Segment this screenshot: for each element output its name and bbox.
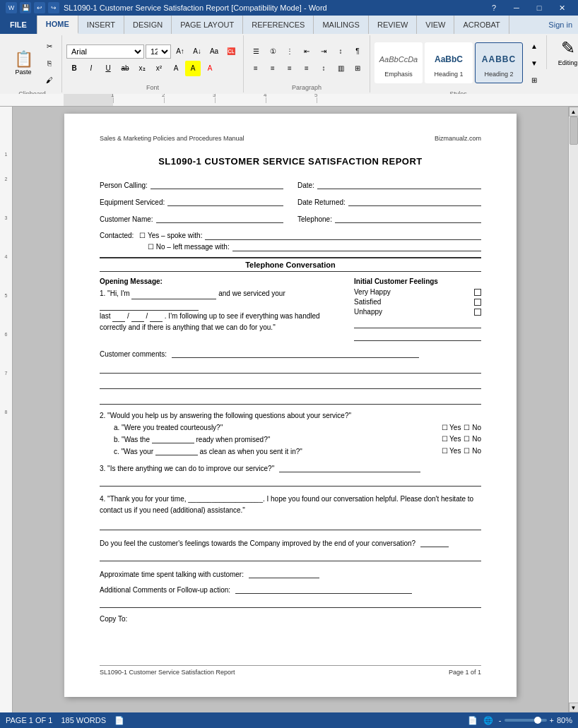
qc-yes-check[interactable]: ☐ Yes <box>442 447 461 455</box>
underline-button[interactable]: U <box>100 61 116 76</box>
maximize-button[interactable]: □ <box>529 1 550 15</box>
tab-page-layout[interactable]: PAGE LAYOUT <box>172 16 243 34</box>
save-icon[interactable]: 💾 <box>20 2 31 13</box>
text-effects-button[interactable]: A <box>168 61 184 76</box>
page[interactable]: Sales & Marketing Policies and Procedure… <box>64 114 517 697</box>
tab-insert[interactable]: INSERT <box>78 16 124 34</box>
align-left-button[interactable]: ≡ <box>248 61 264 76</box>
unhappy-checkbox[interactable] <box>474 309 481 316</box>
style-emphasis[interactable]: AaBbCcDa Emphasis <box>374 42 423 83</box>
clear-format-button[interactable]: 🆑 <box>223 44 239 59</box>
align-center-button[interactable]: ≡ <box>265 61 281 76</box>
strikethrough-button[interactable]: ab <box>117 61 133 76</box>
q3-line[interactable] <box>279 463 420 472</box>
sort-button[interactable]: ↕ <box>333 44 348 59</box>
tab-file[interactable]: FILE <box>0 16 37 34</box>
q3-extra-line[interactable] <box>100 477 481 487</box>
q4-line[interactable] <box>100 520 481 530</box>
change-case-button[interactable]: Aa <box>206 44 222 59</box>
style-heading2[interactable]: AABBC Heading 2 <box>475 42 523 83</box>
decrease-font-button[interactable]: A↓ <box>189 44 205 59</box>
tab-references[interactable]: REFERENCES <box>243 16 314 34</box>
qa-yes-check[interactable]: ☐ Yes <box>442 424 461 431</box>
satisfied-checkbox[interactable] <box>474 299 481 306</box>
scroll-down-button[interactable]: ▼ <box>569 703 579 712</box>
copy-button[interactable]: ⎘ <box>42 55 57 71</box>
format-painter-button[interactable]: 🖌 <box>42 72 57 88</box>
superscript-button[interactable]: x² <box>151 61 167 76</box>
align-right-button[interactable]: ≡ <box>282 61 297 76</box>
text-highlight-button[interactable]: A <box>185 61 201 76</box>
telephone-line[interactable] <box>335 213 481 223</box>
approx-blank[interactable] <box>249 568 319 578</box>
comments-line-3[interactable] <box>100 379 481 389</box>
undo-icon[interactable]: ↩ <box>34 2 45 13</box>
clipboard-group: 📋 Paste ✂ ⎘ 🖌 Clipboard <box>3 35 62 93</box>
scroll-track[interactable] <box>570 117 578 703</box>
bold-button[interactable]: B <box>66 61 82 76</box>
tab-review[interactable]: REVIEW <box>369 16 417 34</box>
date-blank-1[interactable] <box>112 312 125 322</box>
contact-no-line[interactable] <box>232 241 481 251</box>
paste-button[interactable]: 📋 Paste <box>7 42 40 83</box>
shading-button[interactable]: ▥ <box>333 61 348 76</box>
additional-blank[interactable] <box>235 584 412 594</box>
qb-yes-check[interactable]: ☐ Yes <box>442 435 461 443</box>
font-family-select[interactable]: Arial <box>66 44 144 59</box>
comments-line-2[interactable] <box>100 364 481 374</box>
feelings-line-2[interactable] <box>354 331 481 341</box>
equipment-line[interactable] <box>167 196 283 206</box>
styles-scroll-down[interactable]: ▼ <box>526 55 542 71</box>
scroll-thumb[interactable] <box>570 117 578 145</box>
borders-button[interactable]: ⊞ <box>350 61 365 76</box>
date-blank-3[interactable] <box>150 312 163 322</box>
numbering-button[interactable]: ① <box>265 44 281 59</box>
name-blank[interactable] <box>131 290 216 299</box>
tab-design[interactable]: DESIGN <box>124 16 172 34</box>
multilevel-button[interactable]: ⋮ <box>282 44 297 59</box>
increase-indent-button[interactable]: ⇥ <box>316 44 331 59</box>
contact-option-no: ☐ No – left message with: <box>148 243 230 251</box>
very-happy-checkbox[interactable] <box>474 289 481 296</box>
line-spacing-button[interactable]: ↕ <box>316 61 331 76</box>
close-button[interactable]: ✕ <box>551 1 572 15</box>
font-color-button[interactable]: A <box>202 61 218 76</box>
improved-line[interactable] <box>100 551 481 561</box>
qb-no-check[interactable]: ☐ No <box>464 435 481 443</box>
feelings-line-1[interactable] <box>354 318 481 328</box>
comments-first-line[interactable] <box>172 348 419 358</box>
date-blank-2[interactable] <box>131 312 144 322</box>
cut-button[interactable]: ✂ <box>42 38 57 54</box>
redo-icon[interactable]: ↪ <box>48 2 59 13</box>
minimize-button[interactable]: ─ <box>506 1 527 15</box>
decrease-indent-button[interactable]: ⇤ <box>299 44 314 59</box>
tab-acrobat[interactable]: ACROBAT <box>454 16 509 34</box>
increase-font-button[interactable]: A↑ <box>172 44 188 59</box>
tab-home[interactable]: HOME <box>37 16 78 34</box>
bullets-button[interactable]: ☰ <box>248 44 264 59</box>
help-button[interactable]: ? <box>483 1 505 15</box>
person-calling-line[interactable] <box>151 179 283 189</box>
customer-name-line[interactable] <box>156 213 283 223</box>
justify-button[interactable]: ≡ <box>299 61 314 76</box>
tab-view[interactable]: VIEW <box>417 16 454 34</box>
qc-no-check[interactable]: ☐ No <box>464 447 481 455</box>
styles-more[interactable]: ⊞ <box>526 72 542 88</box>
sign-in-link[interactable]: Sign in <box>548 20 572 29</box>
show-marks-button[interactable]: ¶ <box>350 44 365 59</box>
font-size-select[interactable]: 12 <box>146 44 171 59</box>
tab-mailings[interactable]: MAILINGS <box>314 16 369 34</box>
date-line[interactable] <box>317 179 481 189</box>
italic-button[interactable]: I <box>83 61 99 76</box>
styles-scroll-up[interactable]: ▲ <box>526 38 542 54</box>
qa-no-check[interactable]: ☐ No <box>464 424 481 431</box>
subscript-button[interactable]: x₂ <box>134 61 150 76</box>
date-returned-line[interactable] <box>348 196 481 206</box>
comments-line-4[interactable] <box>100 395 481 405</box>
scroll-up-button[interactable]: ▲ <box>569 107 579 117</box>
improved-blank[interactable] <box>420 537 449 547</box>
service-blank[interactable] <box>100 301 199 311</box>
contact-yes-line[interactable] <box>205 230 481 240</box>
style-heading1[interactable]: AaBbC Heading 1 <box>425 42 473 83</box>
additional-line[interactable] <box>100 598 481 608</box>
